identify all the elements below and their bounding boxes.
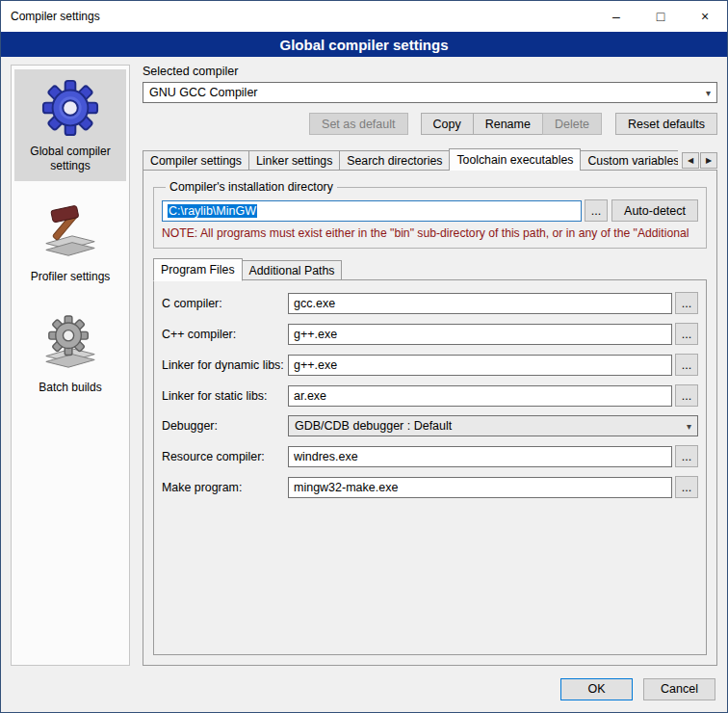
sidebar-item-global-compiler-settings[interactable]: Global compiler settings bbox=[14, 69, 126, 181]
program-files-panel: C compiler: ... C++ compiler: ... Linker… bbox=[153, 279, 707, 655]
maximize-icon: □ bbox=[657, 9, 664, 24]
titlebar: Compiler settings – □ × bbox=[1, 1, 727, 32]
dialog-footer: OK Cancel bbox=[1, 672, 727, 712]
toolchain-executables-panel: Compiler's installation directory C:\ray… bbox=[143, 170, 717, 666]
debugger-value: GDB/CDB debugger : Default bbox=[295, 419, 681, 433]
c-compiler-browse-button[interactable]: ... bbox=[675, 292, 698, 314]
form-row-resource-compiler: Resource compiler: ... bbox=[162, 445, 698, 467]
form-row-linker-dynamic: Linker for dynamic libs: ... bbox=[162, 354, 698, 376]
form-row-linker-static: Linker for static libs: ... bbox=[162, 384, 698, 407]
cpp-compiler-browse-button[interactable]: ... bbox=[675, 323, 698, 345]
subtab-strip: Program Files Additional Paths bbox=[153, 258, 707, 280]
auto-detect-button[interactable]: Auto-detect bbox=[611, 199, 698, 222]
arrow-right-icon: ▶ bbox=[706, 156, 712, 165]
minimize-icon: – bbox=[612, 9, 620, 24]
tab-linker-settings[interactable]: Linker settings bbox=[248, 150, 340, 171]
linker-static-browse-button[interactable]: ... bbox=[675, 384, 698, 407]
sidebar-item-label: Batch builds bbox=[39, 381, 101, 395]
tab-toolchain-executables[interactable]: Toolchain executables bbox=[449, 148, 581, 171]
compiler-settings-window: Compiler settings – □ × Global compiler … bbox=[0, 0, 728, 713]
cancel-button[interactable]: Cancel bbox=[643, 678, 715, 700]
gear-gray-icon bbox=[40, 313, 100, 373]
gear-blue-icon bbox=[40, 77, 100, 137]
delete-button: Delete bbox=[542, 113, 602, 135]
tab-custom-variables[interactable]: Custom variables bbox=[580, 150, 678, 171]
debugger-label: Debugger: bbox=[162, 419, 288, 433]
window-title: Compiler settings bbox=[11, 10, 100, 23]
c-compiler-input[interactable] bbox=[288, 293, 672, 314]
sidebar-item-profiler-settings[interactable]: Profiler settings bbox=[14, 195, 126, 292]
chevron-down-icon: ▾ bbox=[706, 88, 711, 98]
selected-compiler-value: GNU GCC Compiler bbox=[149, 86, 700, 99]
ok-button[interactable]: OK bbox=[560, 678, 633, 700]
linker-dynamic-browse-button[interactable]: ... bbox=[675, 354, 698, 376]
make-program-input[interactable] bbox=[288, 477, 672, 498]
installation-directory-value: C:\raylib\MinGW bbox=[168, 204, 257, 218]
sidebar-item-label: Global compiler settings bbox=[16, 145, 124, 173]
form-row-make-program: Make program: ... bbox=[162, 476, 698, 498]
rename-button[interactable]: Rename bbox=[473, 113, 543, 135]
linker-dynamic-input[interactable] bbox=[288, 355, 672, 376]
compiler-buttons-row: Set as default Copy Rename Delete Reset … bbox=[143, 113, 717, 135]
maximize-button[interactable]: □ bbox=[638, 1, 683, 32]
form-row-c-compiler: C compiler: ... bbox=[162, 292, 698, 314]
linker-static-input[interactable] bbox=[288, 385, 672, 407]
sidebar-item-batch-builds[interactable]: Batch builds bbox=[14, 305, 126, 403]
cpp-compiler-label: C++ compiler: bbox=[162, 328, 288, 341]
form-row-cpp-compiler: C++ compiler: ... bbox=[162, 323, 698, 345]
installation-directory-input[interactable]: C:\raylib\MinGW bbox=[162, 200, 582, 222]
profiler-hammer-icon bbox=[40, 202, 100, 262]
arrow-left-icon: ◀ bbox=[688, 156, 693, 165]
bin-subdirectory-note: NOTE: All programs must exist either in … bbox=[162, 226, 698, 240]
dialog-header: Global compiler settings bbox=[1, 32, 727, 57]
installation-directory-groupbox: Compiler's installation directory C:\ray… bbox=[153, 180, 707, 249]
make-program-label: Make program: bbox=[162, 481, 288, 494]
tab-scroll-area: Compiler settings Linker settings Search… bbox=[143, 148, 678, 171]
close-button[interactable]: × bbox=[683, 1, 727, 32]
c-compiler-label: C compiler: bbox=[162, 297, 288, 310]
dialog-body: Global compiler settings Profiler settin… bbox=[1, 57, 727, 672]
linker-static-label: Linker for static libs: bbox=[162, 389, 288, 403]
tab-scroll-buttons: ◀ ▶ bbox=[682, 152, 717, 169]
installation-directory-row: C:\raylib\MinGW ... Auto-detect bbox=[162, 199, 698, 222]
chevron-down-icon: ▾ bbox=[687, 421, 691, 432]
subtab-additional-paths[interactable]: Additional Paths bbox=[242, 260, 343, 280]
minimize-button[interactable]: – bbox=[594, 1, 638, 32]
make-program-browse-button[interactable]: ... bbox=[675, 476, 698, 498]
resource-compiler-input[interactable] bbox=[288, 446, 672, 467]
copy-button[interactable]: Copy bbox=[421, 113, 474, 135]
window-controls: – □ × bbox=[594, 1, 727, 32]
tab-strip: Compiler settings Linker settings Search… bbox=[143, 148, 717, 171]
resource-compiler-label: Resource compiler: bbox=[162, 450, 288, 463]
set-as-default-button: Set as default bbox=[309, 113, 407, 135]
form-row-debugger: Debugger: GDB/CDB debugger : Default ▾ bbox=[162, 415, 698, 436]
reset-defaults-button[interactable]: Reset defaults bbox=[615, 113, 717, 135]
tab-scroll-right-button[interactable]: ▶ bbox=[700, 152, 717, 169]
resource-compiler-browse-button[interactable]: ... bbox=[675, 445, 698, 467]
cpp-compiler-input[interactable] bbox=[288, 324, 672, 345]
installation-directory-title: Compiler's installation directory bbox=[166, 180, 337, 194]
tab-search-directories[interactable]: Search directories bbox=[339, 150, 450, 171]
sidebar: Global compiler settings Profiler settin… bbox=[11, 65, 130, 666]
subtab-program-files[interactable]: Program Files bbox=[153, 258, 243, 281]
sidebar-item-label: Profiler settings bbox=[31, 270, 111, 284]
close-icon: × bbox=[701, 9, 709, 24]
main-panel: Selected compiler GNU GCC Compiler ▾ Set… bbox=[143, 65, 717, 666]
selected-compiler-label: Selected compiler bbox=[143, 65, 717, 78]
linker-dynamic-label: Linker for dynamic libs: bbox=[162, 358, 288, 372]
installation-directory-browse-button[interactable]: ... bbox=[585, 199, 608, 222]
debugger-select[interactable]: GDB/CDB debugger : Default ▾ bbox=[288, 415, 698, 436]
tab-scroll-left-button[interactable]: ◀ bbox=[682, 152, 699, 169]
button-group: Copy Rename Delete bbox=[422, 113, 603, 135]
selected-compiler-select[interactable]: GNU GCC Compiler ▾ bbox=[143, 82, 717, 103]
tab-compiler-settings[interactable]: Compiler settings bbox=[143, 150, 249, 171]
